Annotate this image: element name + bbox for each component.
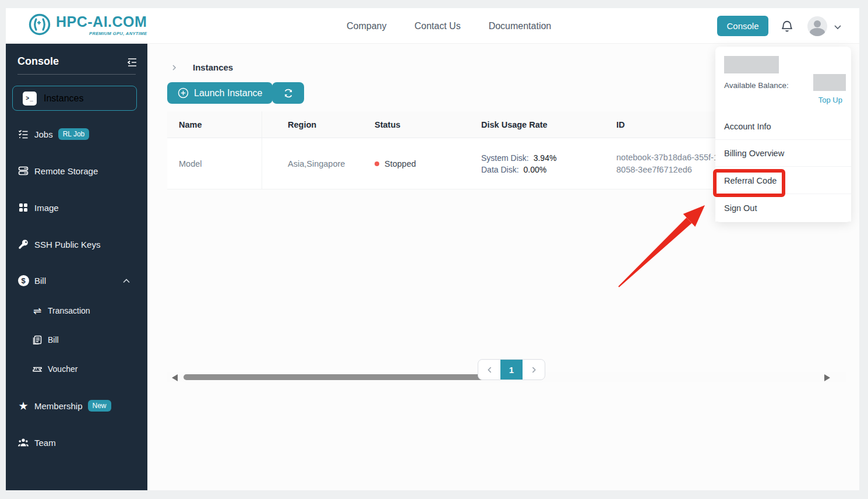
console-button[interactable]: Console	[717, 16, 768, 36]
pagination-prev-button[interactable]	[478, 360, 500, 379]
sidebar-item-label: Voucher	[48, 364, 77, 374]
refresh-button[interactable]	[272, 82, 304, 104]
launch-instance-label: Launch Instance	[194, 88, 262, 99]
sidebar-item-voucher[interactable]: Voucher	[6, 359, 147, 379]
refresh-icon	[283, 87, 294, 99]
sidebar-collapse-icon[interactable]	[126, 57, 138, 68]
status-stopped-dot	[375, 161, 379, 166]
jobs-list-icon	[17, 128, 29, 140]
redacted-balance-block	[813, 74, 846, 91]
nav-company[interactable]: Company	[347, 21, 386, 31]
sidebar-item-membership[interactable]: ★ Membership New	[6, 395, 147, 416]
launch-instance-button[interactable]: Launch Instance	[167, 82, 273, 104]
sidebar-item-bill[interactable]: $ Bill	[6, 270, 147, 291]
account-chevron-down-icon[interactable]	[833, 22, 842, 31]
sidebar-item-ssh-public-keys[interactable]: SSH Public Keys	[6, 234, 147, 255]
top-up-link[interactable]: Top Up	[818, 96, 842, 104]
menu-item-sign-out[interactable]: Sign Out	[715, 195, 851, 222]
data-disk-label: Data Disk:	[481, 165, 519, 174]
top-nav: Company Contact Us Documentation	[347, 8, 551, 44]
key-icon	[17, 238, 29, 250]
voucher-ticket-icon	[32, 364, 43, 374]
bill-document-icon	[32, 335, 43, 345]
console-sidebar: Console >_ Instances Jobs RL Job	[6, 44, 147, 490]
sidebar-item-label: Remote Storage	[34, 166, 98, 176]
sidebar-title: Console	[17, 55, 59, 68]
scroll-left-arrow-icon[interactable]	[172, 374, 178, 381]
top-header: HPC-AI.COM PREMIUM GPU, ANYTIME Company …	[6, 8, 859, 44]
chevron-left-icon	[486, 366, 493, 374]
col-header-region: Region	[262, 120, 349, 129]
plus-circle-icon	[178, 87, 189, 99]
scroll-right-arrow-icon[interactable]	[824, 374, 830, 381]
redacted-username-block	[724, 56, 779, 73]
storage-server-icon	[17, 165, 29, 177]
sidebar-item-label: Membership	[34, 401, 83, 411]
pagination: 1	[478, 359, 545, 380]
star-icon: ★	[17, 400, 29, 412]
user-avatar[interactable]	[807, 16, 827, 36]
available-balance-label: Available Balance:	[724, 81, 789, 90]
brand-name: HPC-AI.COM	[56, 13, 147, 30]
app-window: HPC-AI.COM PREMIUM GPU, ANYTIME Company …	[6, 8, 859, 490]
cell-disk-usage: System Disk: 3.94% Data Disk: 0.00%	[456, 151, 591, 177]
pagination-page-1[interactable]: 1	[500, 360, 523, 379]
col-header-status: Status	[349, 120, 456, 129]
col-header-name: Name	[167, 111, 262, 138]
account-dropdown-menu: Available Balance: Top Up Account Info B…	[715, 47, 851, 222]
brand-logo[interactable]: HPC-AI.COM PREMIUM GPU, ANYTIME	[28, 13, 147, 36]
chevron-up-icon	[122, 278, 130, 284]
sidebar-item-label: Transaction	[48, 306, 90, 315]
chevron-right-icon	[530, 366, 538, 374]
sidebar-item-bill-sub[interactable]: Bill	[6, 329, 147, 350]
new-badge: New	[88, 400, 111, 412]
sidebar-item-label: Team	[34, 438, 56, 448]
sidebar-item-label: Bill	[34, 276, 46, 286]
sidebar-item-label: SSH Public Keys	[34, 240, 100, 250]
sidebar-item-team[interactable]: Team	[6, 432, 147, 453]
sidebar-divider	[17, 74, 136, 75]
team-people-icon	[17, 437, 29, 448]
sidebar-item-instances[interactable]: >_ Instances	[12, 86, 137, 111]
menu-item-account-info[interactable]: Account Info	[715, 113, 851, 140]
pagination-next-button[interactable]	[523, 360, 545, 379]
sidebar-item-label: Bill	[48, 335, 59, 345]
transaction-arrows-icon: ⇌	[32, 305, 43, 316]
sidebar-item-transaction[interactable]: ⇌ Transaction	[6, 300, 147, 321]
menu-item-billing-overview[interactable]: Billing Overview	[715, 140, 851, 167]
rl-job-badge: RL Job	[58, 128, 90, 140]
col-header-disk-usage: Disk Usage Rate	[456, 120, 591, 129]
breadcrumb-label: Instances	[193, 62, 233, 72]
sidebar-item-label: Image	[34, 203, 59, 213]
dollar-circle-icon: $	[17, 275, 29, 286]
nav-documentation[interactable]: Documentation	[489, 21, 552, 31]
status-label: Stopped	[384, 159, 416, 168]
menu-item-referral-code[interactable]: Referral Code	[715, 167, 851, 194]
sidebar-item-remote-storage[interactable]: Remote Storage	[6, 160, 147, 181]
system-disk-label: System Disk:	[481, 153, 529, 163]
scrollbar-thumb[interactable]	[184, 374, 486, 380]
logo-text: HPC-AI.COM PREMIUM GPU, ANYTIME	[56, 13, 147, 36]
system-disk-value: 3.94%	[534, 153, 557, 163]
cell-region: Asia,Singapore	[262, 159, 349, 168]
terminal-icon: >_	[23, 92, 37, 106]
breadcrumb-chevron-icon	[171, 64, 178, 71]
sidebar-item-label: Instances	[44, 93, 83, 104]
image-grid-icon	[17, 202, 29, 213]
cell-name: Model	[167, 138, 262, 189]
nav-contact-us[interactable]: Contact Us	[414, 21, 460, 31]
avatar-head	[814, 20, 821, 27]
avatar-body	[810, 28, 825, 36]
breadcrumb: Instances	[171, 62, 233, 72]
sidebar-item-jobs[interactable]: Jobs RL Job	[6, 124, 147, 145]
logo-icon	[28, 13, 51, 36]
sidebar-item-image[interactable]: Image	[6, 197, 147, 218]
sidebar-item-label: Jobs	[34, 129, 53, 139]
cell-status: Stopped	[349, 159, 456, 168]
notification-bell-icon[interactable]	[779, 19, 795, 34]
brand-tagline: PREMIUM GPU, ANYTIME	[56, 31, 147, 36]
data-disk-value: 0.00%	[524, 165, 547, 174]
